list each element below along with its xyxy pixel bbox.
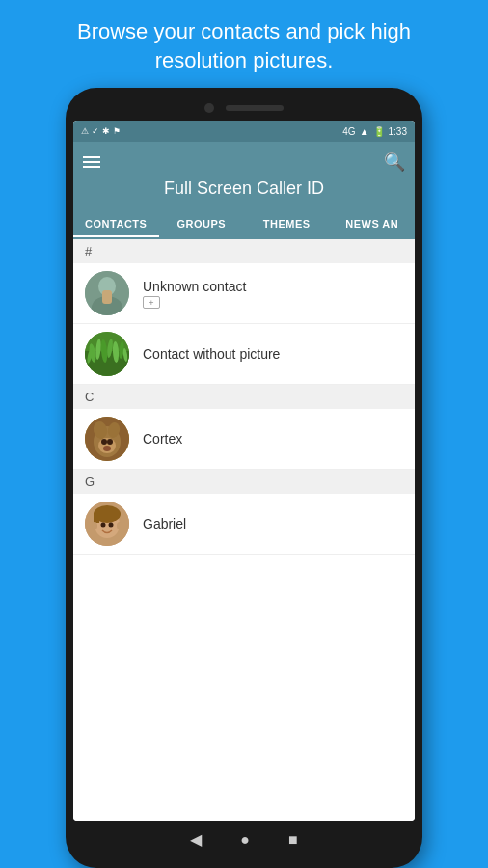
contact-info-unknown: Unknown contact + [143,279,246,309]
svg-rect-25 [94,513,99,523]
warning-icon: ⚠ [81,126,89,136]
contact-info-gabriel: Gabriel [143,516,186,531]
picture-add-icon: + [143,296,160,309]
status-bar: ⚠ ✓ ✱ ⚑ 4G ▲ 🔋 1:33 [73,121,415,142]
avatar-cortex [85,417,129,461]
avatar-gabriel [85,502,129,546]
svg-point-28 [92,522,97,529]
hamburger-menu-button[interactable] [83,156,100,168]
back-button[interactable]: ◀ [190,830,202,849]
home-button[interactable]: ● [240,831,250,849]
tab-bar: CONTACTS GROUPS THEMES NEWS AN [73,210,415,239]
svg-point-19 [101,439,107,445]
clock: 1:33 [389,126,407,137]
phone-bottom-nav: ◀ ● ■ [73,821,415,854]
header-row: 🔍 [83,142,405,178]
contact-name-cortex: Cortex [143,431,182,447]
asterisk-icon: ✱ [102,126,110,136]
status-right: 4G ▲ 🔋 1:33 [342,126,407,137]
contact-item-no-picture[interactable]: Contact without picture [73,324,415,385]
tab-themes[interactable]: THEMES [244,210,330,237]
signal-icon: ▲ [360,126,369,137]
svg-rect-3 [102,290,112,304]
phone-speaker [226,105,284,111]
section-header-c: C [73,385,415,409]
search-icon[interactable]: 🔍 [384,151,405,173]
contact-name-unknown: Unknown contact [143,279,246,294]
contact-name-no-picture: Contact without picture [143,346,280,362]
contact-sub-unknown: + [143,296,246,309]
app-title: Full Screen Caller ID [83,178,405,210]
tab-contacts[interactable]: CONTACTS [73,210,159,237]
tab-groups[interactable]: GROUPS [159,210,245,237]
network-type: 4G [342,126,355,137]
promo-text: Browse your contacts and pick high resol… [0,0,488,88]
contact-name-gabriel: Gabriel [143,516,186,531]
contact-item-gabriel[interactable]: Gabriel [73,494,415,555]
contact-info-no-picture: Contact without picture [143,346,280,362]
contact-list: # Unknown contact + [73,239,415,821]
contact-item-unknown[interactable]: Unknown contact + [73,263,415,324]
check-icon: ✓ [92,126,99,136]
phone-device: ⚠ ✓ ✱ ⚑ 4G ▲ 🔋 1:33 🔍 Full Screen Caller… [66,88,422,868]
battery-icon: 🔋 [373,126,385,137]
contact-item-cortex[interactable]: Cortex [73,409,415,470]
recent-button[interactable]: ■ [288,831,298,849]
svg-point-21 [103,446,111,451]
svg-point-29 [117,522,122,529]
flag-icon: ⚑ [113,126,121,136]
phone-screen: ⚠ ✓ ✱ ⚑ 4G ▲ 🔋 1:33 🔍 Full Screen Caller… [73,121,415,821]
app-header: 🔍 Full Screen Caller ID [73,142,415,210]
avatar-unknown [85,271,129,315]
front-camera [204,103,214,113]
tab-news[interactable]: NEWS AN [330,210,416,237]
svg-point-20 [107,439,113,445]
section-header-hash: # [73,239,415,263]
section-header-g: G [73,470,415,494]
svg-point-27 [109,523,114,528]
svg-point-26 [101,523,106,528]
avatar-grass [85,332,129,376]
phone-top-bar [73,97,415,121]
contact-info-cortex: Cortex [143,431,182,447]
status-left: ⚠ ✓ ✱ ⚑ [81,126,121,136]
